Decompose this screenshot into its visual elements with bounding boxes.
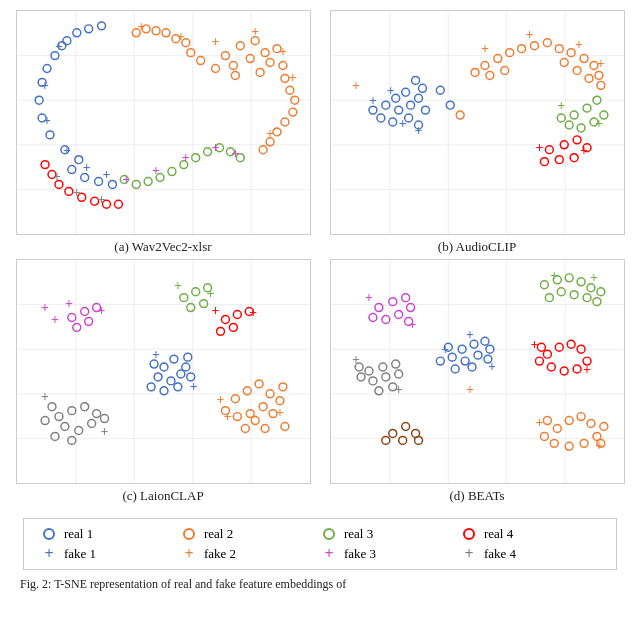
svg-text:+: + [249, 305, 257, 320]
svg-point-194 [275, 397, 283, 405]
svg-point-307 [394, 311, 402, 319]
svg-point-295 [378, 363, 386, 371]
svg-point-118 [517, 45, 525, 53]
svg-point-179 [173, 383, 181, 391]
svg-point-256 [557, 288, 565, 296]
svg-point-296 [391, 360, 399, 368]
svg-point-113 [421, 106, 429, 114]
svg-text:+: + [211, 34, 219, 49]
svg-point-52 [259, 146, 267, 154]
svg-point-127 [585, 74, 593, 82]
svg-point-316 [381, 436, 389, 444]
svg-text:+: + [352, 78, 360, 93]
svg-point-254 [583, 294, 591, 302]
svg-point-218 [60, 423, 68, 431]
svg-point-175 [166, 377, 174, 385]
plot-canvas-d: + + + + + + + + + + + + + + [330, 259, 625, 484]
svg-point-162 [456, 111, 464, 119]
svg-point-285 [587, 420, 595, 428]
svg-point-36 [211, 65, 219, 73]
svg-text:+: + [487, 359, 495, 374]
svg-point-125 [594, 71, 602, 79]
svg-point-265 [448, 353, 456, 361]
svg-point-249 [540, 281, 548, 289]
real2-label: real 2 [204, 526, 233, 542]
fake2-label: fake 2 [204, 546, 236, 562]
svg-point-263 [474, 351, 482, 359]
svg-text:+: + [176, 29, 184, 44]
scatter-a: + + + + + + + + + + + + + + + [17, 11, 310, 234]
svg-text:+: + [466, 327, 474, 342]
svg-text:+: + [72, 185, 80, 200]
svg-point-287 [580, 439, 588, 447]
svg-text:+: + [441, 342, 449, 357]
svg-point-197 [261, 425, 269, 433]
svg-point-140 [557, 114, 565, 122]
svg-point-67 [64, 187, 72, 195]
svg-point-252 [577, 278, 585, 286]
svg-point-147 [540, 158, 548, 166]
svg-text:+: + [535, 415, 543, 430]
svg-point-119 [530, 42, 538, 50]
fake3-label: fake 3 [344, 546, 376, 562]
svg-point-264 [461, 357, 469, 365]
svg-point-32 [266, 59, 274, 67]
svg-point-139 [565, 121, 573, 129]
svg-text:+: + [97, 192, 105, 207]
svg-text:+: + [51, 312, 59, 327]
svg-point-207 [229, 323, 237, 331]
svg-point-294 [365, 367, 373, 375]
svg-point-290 [540, 432, 548, 440]
legend-fake3: + fake 3 [320, 545, 460, 563]
svg-text:+: + [41, 389, 49, 404]
svg-point-270 [451, 365, 459, 373]
svg-point-141 [545, 146, 553, 154]
svg-point-292 [599, 423, 607, 431]
scatter-b: + + + + + + + + + + + + + [331, 11, 624, 234]
svg-point-10 [43, 65, 51, 73]
svg-text:+: + [352, 352, 360, 367]
legend-real1: real 1 [40, 525, 180, 543]
svg-point-199 [179, 294, 187, 302]
svg-point-22 [80, 174, 88, 182]
svg-point-133 [570, 111, 578, 119]
svg-point-111 [418, 84, 426, 92]
svg-point-306 [401, 294, 409, 302]
svg-point-41 [162, 29, 170, 37]
svg-point-129 [560, 59, 568, 67]
svg-point-308 [381, 316, 389, 324]
svg-text:+: + [583, 362, 591, 377]
svg-point-213 [84, 317, 92, 325]
svg-point-50 [273, 128, 281, 136]
svg-point-173 [169, 355, 177, 363]
svg-point-20 [97, 22, 105, 30]
scatter-c: + + + + + + + + + + + + + + + [17, 260, 310, 483]
svg-text:+: + [594, 116, 602, 131]
svg-point-188 [259, 403, 267, 411]
svg-point-208 [216, 327, 224, 335]
svg-point-109 [376, 114, 384, 122]
svg-text:+: + [102, 167, 110, 182]
svg-point-309 [368, 314, 376, 322]
svg-text:+: + [414, 123, 422, 138]
svg-text:+: + [122, 172, 130, 187]
svg-point-71 [114, 200, 122, 208]
svg-text:+: + [288, 70, 296, 85]
svg-point-192 [251, 417, 259, 425]
svg-point-183 [183, 353, 191, 361]
plot-cell-d: + + + + + + + + + + + + + + (d) BEATs [324, 259, 630, 504]
plots-grid: + + + + + + + + + + + + + + + [10, 10, 630, 504]
svg-point-195 [278, 383, 286, 391]
real4-icon [460, 525, 478, 543]
svg-point-209 [67, 314, 75, 322]
svg-text:+: + [53, 169, 61, 184]
svg-point-212 [72, 323, 80, 331]
svg-text:+: + [223, 409, 231, 424]
svg-point-198 [241, 425, 249, 433]
svg-point-297 [381, 373, 389, 381]
caption-b: (b) AudioCLIP [438, 239, 516, 255]
svg-point-262 [480, 337, 488, 345]
real1-label: real 1 [64, 526, 93, 542]
svg-point-224 [51, 432, 59, 440]
svg-point-272 [543, 350, 551, 358]
